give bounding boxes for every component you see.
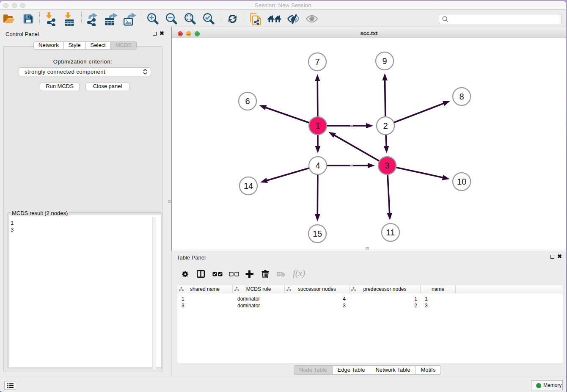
svg-text:4: 4: [315, 161, 320, 170]
svg-text:3: 3: [385, 161, 389, 170]
svg-text:11: 11: [386, 228, 395, 237]
svg-text:10: 10: [457, 177, 466, 186]
svg-text:1: 1: [315, 121, 320, 130]
svg-text:15: 15: [313, 229, 322, 238]
svg-text:14: 14: [244, 181, 253, 190]
svg-text:6: 6: [245, 97, 250, 106]
svg-text:7: 7: [315, 57, 319, 66]
svg-text:8: 8: [459, 92, 464, 101]
svg-text:2: 2: [383, 121, 388, 130]
svg-text:9: 9: [382, 56, 387, 66]
